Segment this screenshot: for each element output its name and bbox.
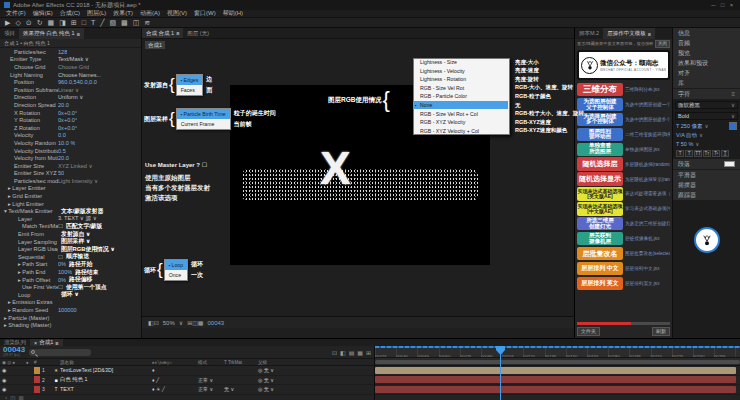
tab-timeline-comp[interactable]: × 合成1 ≡ [30,339,63,346]
property-value[interactable]: Linear ∨ [58,87,79,93]
panel-menu-icon[interactable]: ≡ [55,340,58,346]
script-button[interactable]: 随机选择层 [577,157,623,170]
timeline-bottom-icon[interactable]: ◔ [4,395,7,400]
timeline-toolbar-icon[interactable]: ▦ [357,349,363,356]
timeline-bottom-icon[interactable]: ▥ [19,395,24,400]
effect-property-row[interactable]: Position 960.0,540.0,0.0 [0,78,141,86]
effect-property-row[interactable]: X Rotation 0x+0.0° [0,109,141,117]
stroke-color-swatch[interactable] [724,161,735,167]
collapsed-panel-tab[interactable]: 跟踪器 [673,190,740,200]
menu-option-row[interactable]: Lightness - Rotation 亮度-旋转 [413,75,571,84]
effect-property-row[interactable]: Velocity Random 10.0 % [0,139,141,147]
timeline-toolbar-icon[interactable]: ▤ [349,349,355,356]
property-value[interactable]: 10.0 % [58,140,75,146]
option-item[interactable]: Once [165,270,187,280]
property-value[interactable]: Choose Grid [58,64,89,70]
property-value[interactable]: 100% [58,269,72,275]
style-toggle[interactable]: T¹ [712,150,720,157]
property-value[interactable]: 0x+0.0° [58,125,77,131]
viewer-tool-icon[interactable]: ▦ [198,320,204,326]
timeline-layer-row[interactable]: ◉ 1 ∗ TextLoveText [2D&3D] ♦ ◎ 无 ∨ [0,366,374,376]
panel-menu-icon[interactable]: ≡ [648,31,651,37]
fill-color-swatch[interactable] [730,123,737,130]
collapsed-panel-tab[interactable]: 预览 [673,48,740,58]
tool-icon[interactable]: ↻ [37,18,43,27]
collapsed-panel-tab[interactable]: 音频 [673,38,740,48]
column-trkmat[interactable]: T TrkMat [224,360,258,365]
effect-property-row[interactable]: ▸ Layer Emitter [0,185,141,193]
menu-item[interactable]: 编辑(E) [33,9,53,18]
property-value[interactable]: Choose Names... [58,72,101,78]
layer-trkmat-select[interactable]: 无 ∨ [224,386,258,392]
property-value[interactable]: Light Intensity ∨ [58,178,98,184]
menu-item[interactable]: 帮助(H) [223,9,243,18]
layer-label-chip[interactable] [34,367,40,374]
script-button[interactable]: 层关联到 摄像机层 [577,232,623,245]
script-button[interactable]: 单独查看 所选图层 [577,143,623,156]
layer-switches[interactable]: ♦ ╱ [152,377,198,383]
script-button[interactable]: 所选三维层 创建灯光 [577,217,623,230]
menu-option-row[interactable]: RGB - XYZ Velocity RGB-XYZ速度 [413,118,571,127]
timeline-layer-row[interactable]: ◉ 2 ■ 白色 纯色 1 ♦ ╱ 正常 ∨ ◎ 无 ∨ [0,376,374,386]
layer-label-chip[interactable] [34,376,40,383]
menu-option-row[interactable]: RGB - Particle Color RGB-粒子颜色 [413,92,571,101]
refresh-button[interactable]: 刷新 [652,327,670,336]
menu-option-row[interactable]: RGB - XYZ Velocity + Col RGB-XYZ速度和颜色 [413,126,571,135]
layer-switches[interactable]: ♦ [152,367,198,373]
layer-mode-select[interactable]: 正常 ∨ [198,386,224,392]
effect-property-row[interactable]: Particles/sec 128 [0,48,141,56]
character-panel-header[interactable]: 字符 ≡ [673,89,740,99]
property-value[interactable]: ☐ [58,223,63,229]
property-value[interactable]: 0x+0.0° [58,117,77,123]
script-button[interactable]: 层层排列 英文 [577,277,623,290]
close-note-button[interactable]: 关闭 [655,40,670,48]
property-value[interactable]: Text/Mask ∨ [58,56,89,62]
option-item-selected[interactable]: Loop [165,260,187,270]
layer-parent-select[interactable]: ◎ 无 ∨ [258,367,316,373]
option-item-selected[interactable]: Particle Birth Time [177,109,230,119]
option-item[interactable]: Current Frame [177,119,230,129]
tool-icon[interactable]: ▶ [5,18,10,27]
script-button[interactable]: 层批量改名 [577,247,623,260]
maximize-button[interactable]: □ [718,2,727,8]
menu-option-row[interactable]: RGB - Size Vel Rot RGB-大小、速度、旋转 [413,84,571,93]
collapsed-panel-tab[interactable]: 平滑器 [673,170,740,180]
font-style-select[interactable]: Bold ∨ [675,112,738,120]
tool-icon[interactable]: □ [82,18,86,27]
property-value[interactable]: 100000 [58,307,77,313]
tab-script-1[interactable]: 脚本M.2 [575,28,603,39]
timeline-toolbar-icon[interactable]: ◧ [340,349,346,356]
property-value[interactable]: 20.0 [58,155,69,161]
property-value[interactable]: 0% [58,277,66,283]
collapsed-panel-tab[interactable]: 效果和预设 [673,58,740,68]
script-button[interactable]: 三维分布 [577,83,623,96]
script-button[interactable]: 图层阵列 循环动画 [577,128,623,141]
layer-parent-select[interactable]: ◎ 无 ∨ [258,377,316,383]
layer-track[interactable] [375,385,740,395]
effect-property-row[interactable]: Particles/sec modifier Light Intensity ∨ [0,177,141,185]
property-value[interactable]: 0x+0.0° [58,110,77,116]
close-button[interactable]: × [727,2,736,8]
work-area-bar[interactable] [375,358,740,366]
tool-icon[interactable]: ⊞ [71,18,77,27]
tool-icon[interactable]: ▧ [109,18,116,27]
property-value[interactable]: Uniform ∨ [58,94,83,100]
script-button[interactable]: 层层排列 中文 [577,262,623,275]
layer-name[interactable]: TextLoveText [2D&3D] [60,367,152,373]
menu-item[interactable]: 图层(L) [87,9,106,18]
font-size-control[interactable]: T 250 像素∨ [673,122,740,130]
menu-item[interactable]: 文件(F) [6,9,26,18]
property-value[interactable]: 0.5 [58,148,66,154]
collapsed-panel-tab[interactable]: 库 [673,78,740,88]
effect-property-row[interactable]: Y Rotation 0x+0.0° [0,116,141,124]
column-mode[interactable]: 模式 [198,360,224,365]
tool-icon[interactable]: ≋ [144,18,150,27]
effect-property-row[interactable]: ▸ Random Seed 100000 [0,306,141,314]
tool-icon[interactable]: ╱ [100,18,104,27]
layer-track[interactable] [375,376,740,386]
style-toggle[interactable]: T̲ [721,150,729,157]
column-parent[interactable]: 父级 [258,360,316,365]
effect-property-row[interactable]: ▸ Grid Emitter [0,192,141,200]
panel-menu-icon[interactable]: ≡ [77,31,80,37]
style-toggle[interactable]: T [685,150,693,157]
